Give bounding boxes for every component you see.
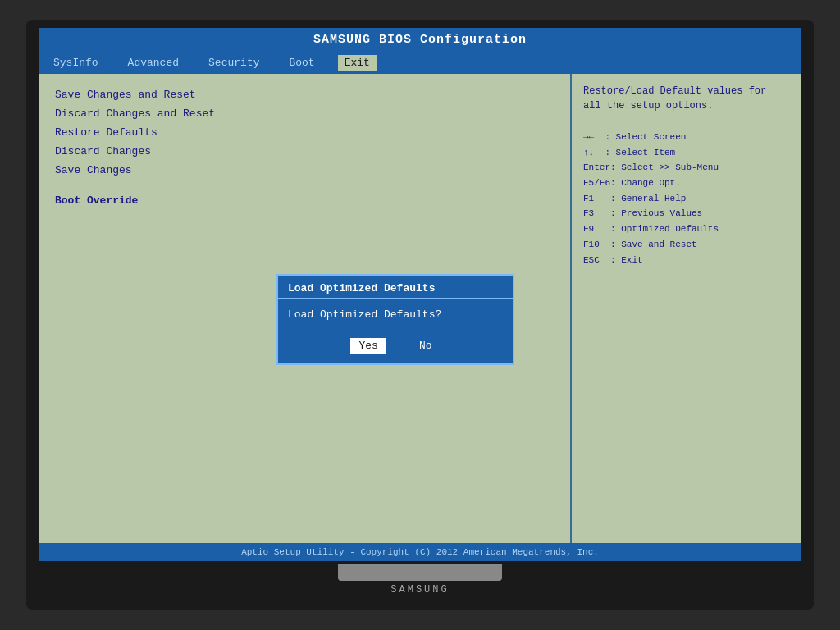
dialog-message: Load Optimized Defaults?: [278, 299, 513, 331]
dialog-buttons: Yes No: [278, 331, 513, 363]
monitor-stand: [338, 564, 502, 581]
monitor: SAMSUNG BIOS Configuration SysInfo Advan…: [26, 20, 814, 610]
dialog-title: Load Optimized Defaults: [278, 276, 513, 299]
load-defaults-dialog: Load Optimized Defaults Load Optimized D…: [276, 274, 514, 365]
dialog-yes-button[interactable]: Yes: [350, 338, 386, 354]
dialog-overlay: Load Optimized Defaults Load Optimized D…: [39, 28, 801, 561]
brand-label: SAMSUNG: [390, 584, 449, 596]
dialog-no-button[interactable]: No: [411, 338, 441, 354]
bios-screen: SAMSUNG BIOS Configuration SysInfo Advan…: [39, 28, 801, 561]
